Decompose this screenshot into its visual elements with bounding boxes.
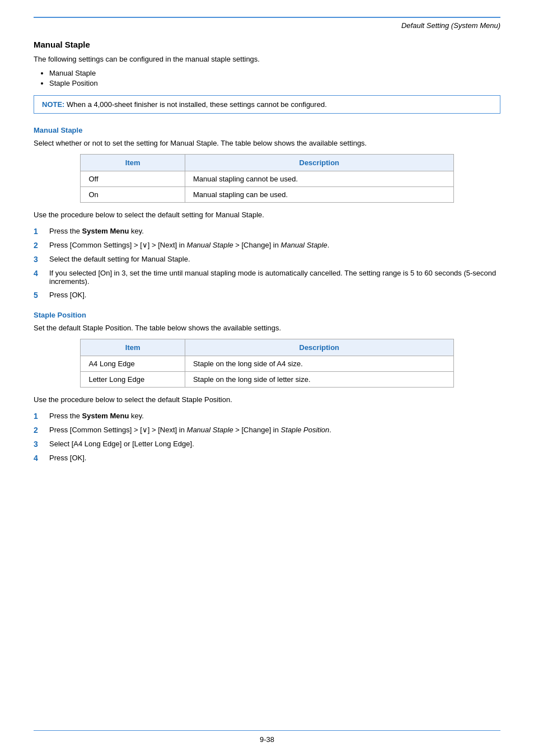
sp-step-4: 4 Press [OK]. [34, 454, 500, 463]
staple-position-subtitle: Staple Position [34, 311, 500, 319]
step-num-1: 1 [34, 227, 49, 236]
manual-table-header-item: Item [81, 155, 185, 171]
sp-step-num-1: 1 [34, 412, 49, 421]
sp-step-content-2: Press [Common Settings] > [∨] > [Next] i… [49, 426, 500, 434]
step-4: 4 If you selected [On] in 3, set the tim… [34, 269, 500, 286]
note-label: NOTE: [42, 100, 64, 109]
sp-step-content-4: Press [OK]. [49, 454, 500, 462]
bullet-list: Manual Staple Staple Position [49, 69, 500, 87]
manual-staple-desc: Select whether or not to set the setting… [34, 139, 500, 147]
step-5: 5 Press [OK]. [34, 291, 500, 300]
step-num-4: 4 [34, 269, 49, 278]
sp-step-content-3: Select [A4 Long Edge] or [Letter Long Ed… [49, 440, 500, 448]
step-content-5: Press [OK]. [49, 291, 500, 299]
table-cell-on: On [81, 187, 185, 203]
step-num-5: 5 [34, 291, 49, 300]
sp-step-2: 2 Press [Common Settings] > [∨] > [Next]… [34, 426, 500, 435]
step-3: 3 Select the default setting for Manual … [34, 255, 500, 264]
table-cell-on-desc: Manual stapling can be used. [185, 187, 453, 203]
manual-staple-subtitle: Manual Staple [34, 126, 500, 134]
table-cell-letter: Letter Long Edge [81, 372, 185, 388]
manual-staple-subsection: Manual Staple Select whether or not to s… [34, 126, 500, 300]
step-num-3: 3 [34, 255, 49, 264]
staple-position-table: Item Description A4 Long Edge Staple on … [80, 339, 453, 388]
sp-step-num-3: 3 [34, 440, 49, 449]
staple-pos-proc-intro: Use the procedure below to select the de… [34, 395, 500, 404]
table-cell-off: Off [81, 171, 185, 187]
sp-step-num-4: 4 [34, 454, 49, 463]
table-row: On Manual stapling can be used. [81, 187, 453, 203]
bullet-item-staple-position: Staple Position [49, 79, 500, 87]
note-box: NOTE: When a 4,000-sheet finisher is not… [34, 95, 500, 114]
step-content-3: Select the default setting for Manual St… [49, 255, 500, 263]
manual-staple-proc-intro: Use the procedure below to select the de… [34, 211, 500, 219]
step-2: 2 Press [Common Settings] > [∨] > [Next]… [34, 241, 500, 250]
page: Default Setting (System Menu) Manual Sta… [0, 0, 534, 756]
main-section-title: Manual Staple [34, 40, 500, 49]
table-cell-a4: A4 Long Edge [81, 356, 185, 372]
sp-step-3: 3 Select [A4 Long Edge] or [Letter Long … [34, 440, 500, 449]
step-num-2: 2 [34, 241, 49, 250]
footer-page-number: 9-38 [0, 735, 534, 744]
table-cell-letter-desc: Staple on the long side of letter size. [185, 372, 453, 388]
manual-staple-steps: 1 Press the System Menu key. 2 Press [Co… [34, 227, 500, 300]
table-row: Letter Long Edge Staple on the long side… [81, 372, 453, 388]
table-row: A4 Long Edge Staple on the long side of … [81, 356, 453, 372]
step-content-2: Press [Common Settings] > [∨] > [Next] i… [49, 241, 500, 249]
manual-staple-table: Item Description Off Manual stapling can… [80, 154, 453, 203]
header-title: Default Setting (System Menu) [401, 21, 500, 30]
table-row: Off Manual stapling cannot be used. [81, 171, 453, 187]
staple-position-subsection: Staple Position Set the default Staple P… [34, 311, 500, 463]
top-rule [34, 17, 500, 18]
staple-position-steps: 1 Press the System Menu key. 2 Press [Co… [34, 412, 500, 463]
step-1: 1 Press the System Menu key. [34, 227, 500, 236]
bottom-rule [34, 730, 500, 731]
staple-position-desc: Set the default Staple Position. The tab… [34, 324, 500, 332]
sp-step-content-1: Press the System Menu key. [49, 412, 500, 420]
table-cell-a4-desc: Staple on the long side of A4 size. [185, 356, 453, 372]
table-cell-off-desc: Manual stapling cannot be used. [185, 171, 453, 187]
header-line: Default Setting (System Menu) [34, 21, 500, 30]
sp-step-num-2: 2 [34, 426, 49, 435]
sp-table-header-desc: Description [185, 339, 453, 356]
note-text: When a 4,000-sheet finisher is not insta… [67, 100, 327, 109]
step-content-1: Press the System Menu key. [49, 227, 500, 235]
manual-table-header-desc: Description [185, 155, 453, 171]
sp-step-1: 1 Press the System Menu key. [34, 412, 500, 421]
sp-table-header-item: Item [81, 339, 185, 356]
bullet-item-manual-staple: Manual Staple [49, 69, 500, 77]
step-content-4: If you selected [On] in 3, set the time … [49, 269, 500, 286]
main-intro-text: The following settings can be configured… [34, 55, 500, 63]
